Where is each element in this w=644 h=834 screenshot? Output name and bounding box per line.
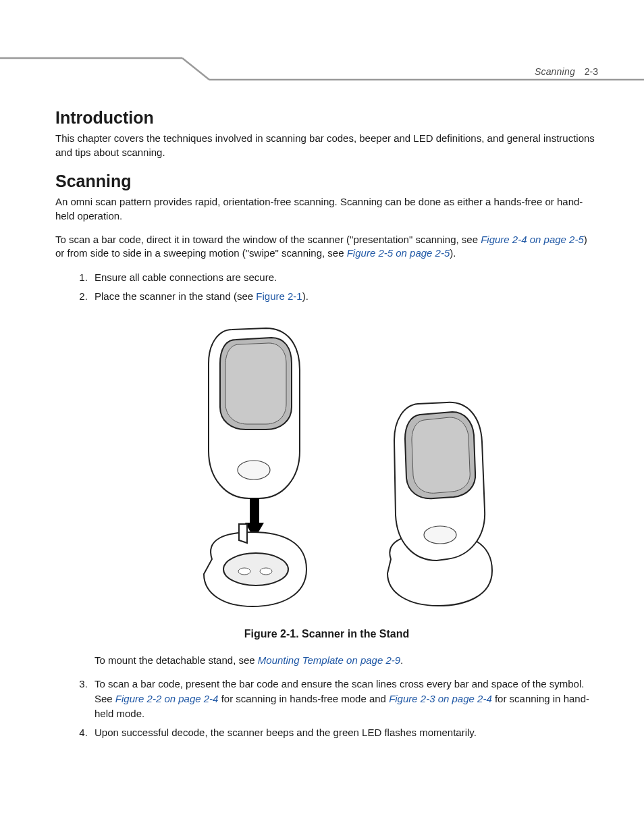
running-header-section: Scanning (535, 66, 575, 77)
link-figure-2-4[interactable]: Figure 2-4 on page 2-5 (481, 234, 584, 245)
scanning-steps-list-b: To scan a bar code, present the bar code… (55, 677, 598, 739)
scanning-steps-list-a: Ensure all cable connections are secure.… (55, 270, 598, 304)
intro-paragraph: This chapter covers the techniques invol… (55, 132, 598, 159)
text-fragment: To mount the detachable stand, see (95, 654, 258, 666)
running-header: Scanning 2-3 (535, 66, 598, 77)
link-mounting-template[interactable]: Mounting Template on page 2-9 (258, 654, 400, 666)
heading-introduction: Introduction (55, 108, 598, 128)
link-figure-2-2[interactable]: Figure 2-2 on page 2-4 (115, 693, 219, 704)
text-fragment: ). (450, 247, 456, 259)
svg-rect-1 (250, 498, 259, 524)
svg-point-0 (238, 461, 270, 479)
step-3: To scan a bar code, present the bar code… (90, 677, 598, 721)
text-fragment: for scanning in hands-free mode and (218, 693, 389, 704)
heading-scanning: Scanning (55, 172, 598, 191)
link-figure-2-1[interactable]: Figure 2-1 (256, 290, 302, 302)
link-figure-2-5[interactable]: Figure 2-5 on page 2-5 (347, 247, 450, 259)
scanner-in-stand-illustration (144, 316, 509, 620)
mounting-note: To mount the detachable stand, see Mount… (95, 654, 598, 668)
text-fragment: To scan a bar code, direct it in toward … (55, 234, 481, 245)
scanning-paragraph-2: To scan a bar code, direct it in toward … (55, 233, 598, 261)
text-fragment: ). (302, 290, 308, 302)
link-figure-2-3[interactable]: Figure 2-3 on page 2-4 (389, 693, 492, 704)
text-fragment: Place the scanner in the stand (see (95, 290, 256, 302)
svg-point-3 (223, 553, 288, 585)
figure-2-1 (55, 316, 598, 623)
step-1: Ensure all cable connections are secure. (90, 270, 598, 285)
text-fragment: . (400, 654, 403, 666)
step-2: Place the scanner in the stand (see Figu… (90, 289, 598, 304)
scanning-paragraph-1: An omni scan pattern provides rapid, ori… (55, 195, 598, 223)
svg-point-6 (424, 526, 456, 544)
running-header-page-number: 2-3 (585, 66, 598, 77)
step-4: Upon successful decode, the scanner beep… (90, 725, 598, 740)
figure-2-1-caption: Figure 2-1. Scanner in the Stand (55, 628, 598, 640)
svg-point-5 (260, 568, 272, 575)
svg-point-4 (238, 568, 250, 575)
